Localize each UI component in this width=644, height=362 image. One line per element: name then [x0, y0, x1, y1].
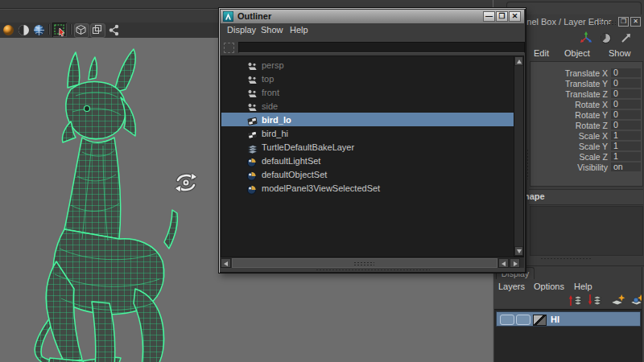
- camera-icon: [246, 101, 258, 111]
- list-item-bird-lo[interactable]: bird_lo: [221, 113, 514, 126]
- polygon-mesh-icon: [246, 115, 258, 125]
- menu-edit[interactable]: Edit: [534, 48, 549, 58]
- object-set-icon: [246, 170, 258, 179]
- flat-shaded-display-icon[interactable]: [17, 23, 31, 37]
- outliner-menubar: Display Show Help: [221, 23, 524, 39]
- menu-help[interactable]: Help: [574, 282, 592, 291]
- selection-filter-icon[interactable]: [224, 43, 234, 53]
- layer-visibility-toggle[interactable]: [500, 315, 514, 325]
- list-item-persp[interactable]: persp: [221, 58, 514, 72]
- menu-options[interactable]: Options: [534, 282, 564, 291]
- channel-value-field[interactable]: 0: [611, 121, 641, 130]
- menu-help[interactable]: Help: [290, 25, 308, 35]
- menu-display[interactable]: Display: [227, 25, 256, 35]
- list-item-turtle-bake-layer[interactable]: TurtleDefaultBakeLayer: [221, 140, 514, 154]
- vertical-scrollbar[interactable]: [514, 56, 524, 257]
- camera-icon: [246, 88, 258, 97]
- tumble-rotate-cursor: [172, 170, 200, 195]
- move-layer-down-icon[interactable]: [587, 294, 603, 306]
- horizontal-scroll-thumb[interactable]: [232, 258, 497, 268]
- polygon-mesh-icon: [246, 129, 258, 138]
- channel-value-field[interactable]: on: [611, 162, 641, 171]
- channel-value-field[interactable]: 1: [611, 131, 641, 140]
- layer-editor-menubar: Layers Options Help: [493, 280, 644, 293]
- wireframe-on-shaded-display-icon[interactable]: [32, 23, 46, 37]
- channel-row: Scale Z1: [530, 151, 642, 162]
- shaded-display-icon[interactable]: [2, 23, 15, 37]
- menu-layers[interactable]: Layers: [498, 282, 525, 291]
- list-item-front[interactable]: front: [221, 85, 514, 99]
- channel-row: Visibilityon: [530, 162, 642, 172]
- menu-show[interactable]: Show: [609, 48, 631, 58]
- dragon-eye: [85, 106, 90, 112]
- default-camera-view-button[interactable]: [74, 23, 89, 38]
- menu-object[interactable]: Object: [564, 48, 590, 58]
- channel-value-field[interactable]: 0: [611, 68, 641, 77]
- channel-row: Translate X0: [530, 68, 642, 78]
- outliner-list: persp top front side bird_lo bird_hi: [221, 56, 514, 257]
- channel-value-field[interactable]: 0: [611, 89, 641, 98]
- outliner-search-input[interactable]: [238, 42, 525, 53]
- channel-row: Rotate X0: [530, 99, 642, 109]
- splitter-grip-dots[interactable]: [540, 257, 592, 261]
- list-item-top[interactable]: top: [221, 72, 514, 85]
- camera-icon: [246, 60, 258, 70]
- maximize-button[interactable]: ❐: [496, 11, 508, 22]
- list-item-side[interactable]: side: [221, 99, 514, 113]
- shape-channels-area: [530, 206, 643, 256]
- toolbar-separator: [70, 24, 71, 35]
- create-empty-layer-icon[interactable]: [609, 294, 625, 306]
- object-set-icon: [246, 183, 258, 193]
- list-item-bird-hi[interactable]: bird_hi: [221, 126, 514, 140]
- layer-row-hi[interactable]: HI: [496, 311, 641, 327]
- scroll-left-button[interactable]: [221, 258, 231, 268]
- shape-section-band: [529, 189, 643, 205]
- close-panel-button[interactable]: ✕: [630, 17, 641, 27]
- channel-row: Scale X1: [530, 130, 642, 141]
- close-button[interactable]: ✕: [509, 11, 521, 22]
- channel-value-field[interactable]: 0: [611, 110, 641, 119]
- scroll-up-button[interactable]: [514, 56, 523, 66]
- list-item-default-light-set[interactable]: defaultLightSet: [221, 154, 514, 167]
- panel-grip-dots[interactable]: [595, 21, 616, 25]
- panel-tab-frame: [506, 2, 642, 14]
- pane-layout-button[interactable]: [90, 23, 105, 38]
- float-panel-button[interactable]: ❐: [618, 17, 629, 27]
- list-item-model-panel3-view-selected-set[interactable]: modelPanel3ViewSelectedSet: [221, 181, 514, 195]
- layer-display-type-toggle[interactable]: [516, 315, 530, 325]
- maya-logo-icon: [223, 11, 233, 22]
- layer-color-swatch[interactable]: [533, 315, 547, 326]
- window-resize-grip[interactable]: [221, 268, 524, 272]
- select-tool-icon[interactable]: [52, 23, 67, 37]
- layer-name: HI: [551, 315, 559, 324]
- channel-value-field[interactable]: 0: [611, 100, 641, 109]
- display-toggle-sphere-icon[interactable]: [600, 32, 612, 44]
- channel-row: Translate Y0: [530, 78, 642, 88]
- list-item-default-object-set[interactable]: defaultObjectSet: [221, 167, 514, 181]
- toolbar-separator: [48, 24, 49, 35]
- maya-application: Channel Box / Layer Editor ❐ ✕ Edit Obje…: [0, 0, 644, 362]
- menu-show[interactable]: Show: [261, 25, 283, 35]
- bake-layer-icon: [246, 142, 258, 152]
- window-title: Outliner: [237, 11, 271, 21]
- channel-value-field[interactable]: 1: [611, 152, 641, 161]
- move-layer-up-icon[interactable]: [568, 294, 584, 306]
- scroll-down-button[interactable]: [514, 246, 523, 256]
- horizontal-scrollbar[interactable]: [221, 257, 524, 268]
- minimize-button[interactable]: —: [483, 11, 495, 22]
- channel-row: Scale Y1: [530, 141, 642, 151]
- pick-arrow-icon[interactable]: [619, 31, 634, 45]
- outliner-window: Outliner — ❐ ✕ Display Show Help persp t…: [218, 7, 526, 274]
- channel-value-field[interactable]: 0: [611, 79, 641, 88]
- channel-row: Translate Z0: [530, 88, 642, 99]
- node-connections-icon[interactable]: [107, 23, 121, 37]
- channel-row: Rotate Z0: [530, 120, 642, 130]
- scroll-right-button[interactable]: [510, 258, 520, 268]
- object-set-icon: [246, 156, 258, 166]
- channel-value-field[interactable]: 1: [611, 142, 641, 150]
- layer-list: HI: [494, 309, 642, 362]
- outliner-titlebar[interactable]: Outliner — ❐ ✕: [221, 10, 524, 23]
- wireframe-dragon-model[interactable]: [14, 47, 228, 362]
- transform-axes-icon[interactable]: [579, 31, 593, 45]
- scroll-left-button-2[interactable]: [498, 258, 509, 268]
